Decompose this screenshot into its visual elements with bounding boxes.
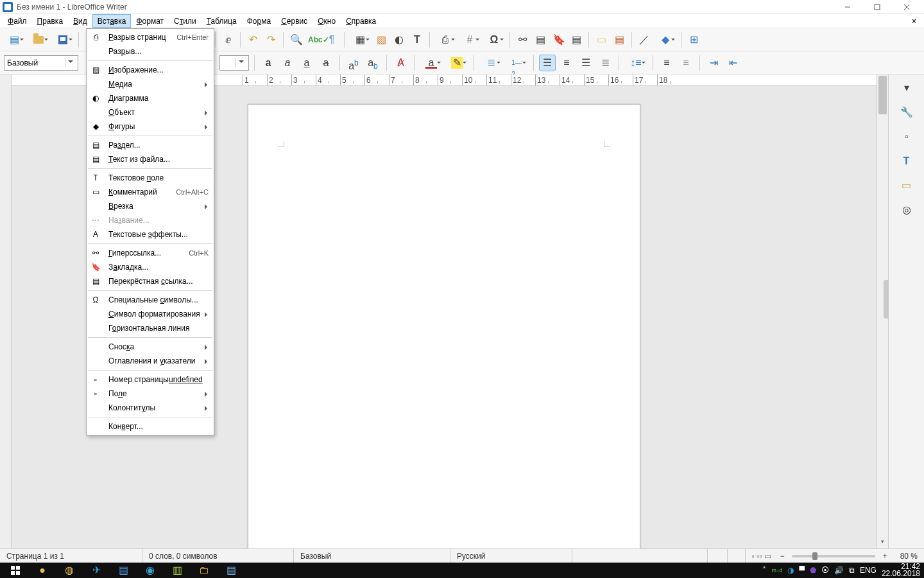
- tray-telegram-icon[interactable]: ◑: [787, 566, 794, 575]
- menu-item-раздел[interactable]: ▤Раздел...: [87, 138, 214, 152]
- formatting-marks-button[interactable]: ¶: [323, 31, 340, 48]
- menu-item-специальные-символы[interactable]: ΩСпециальные символы...: [87, 293, 214, 307]
- paragraph-style-combo[interactable]: Базовый: [4, 55, 78, 71]
- menu-окно[interactable]: Окно: [312, 14, 341, 28]
- styles-panel-button[interactable]: T: [897, 152, 916, 171]
- font-color-button[interactable]: a: [420, 55, 443, 71]
- insert-textbox-button[interactable]: T: [409, 31, 425, 48]
- page-style-status[interactable]: Базовый: [294, 549, 450, 563]
- start-button[interactable]: [3, 563, 28, 578]
- sidebar-collapse-handle[interactable]: [884, 280, 889, 319]
- menu-item-диаграмма[interactable]: ◐Диаграмма: [87, 91, 214, 105]
- zoom-slider[interactable]: [792, 555, 875, 557]
- menu-item-объект[interactable]: Объект: [87, 105, 214, 119]
- table-button[interactable]: ▦: [348, 31, 372, 48]
- superscript-button[interactable]: ab: [345, 55, 362, 71]
- language-status[interactable]: Русский: [450, 549, 572, 563]
- menu-item-конверт[interactable]: Конверт...: [87, 419, 214, 434]
- taskbar-app-qbittorrent[interactable]: ◉: [137, 563, 163, 578]
- system-tray[interactable]: ˄ m↓d ◑ ▀ ⬟ ⦿ 🔊 ⧉ ENG 21:42 22.06.2018: [762, 563, 921, 577]
- menu-вид[interactable]: Вид: [68, 14, 92, 28]
- subscript-button[interactable]: ab: [364, 55, 381, 71]
- tray-volume-icon[interactable]: 🔊: [834, 566, 844, 575]
- insert-hyperlink-button[interactable]: ⚯: [514, 31, 531, 48]
- tray-location-icon[interactable]: ⦿: [821, 566, 829, 575]
- decrease-spacing-button[interactable]: ≡: [678, 55, 694, 71]
- save-button[interactable]: [51, 31, 74, 48]
- scroll-down-button[interactable]: ▾: [877, 538, 888, 548]
- clear-format-button[interactable]: A̷: [392, 55, 409, 71]
- tray-up-icon[interactable]: ˄: [762, 566, 766, 575]
- menu-item-разрыв-страниц[interactable]: ⎙Разрыв страницCtrl+Enter: [87, 30, 214, 44]
- align-center-button[interactable]: ≡: [558, 55, 575, 71]
- strike-button[interactable]: a: [318, 55, 334, 71]
- page[interactable]: [248, 104, 640, 548]
- decrease-indent-button[interactable]: ⇤: [724, 55, 741, 71]
- menu-item-изображение[interactable]: ▨Изображение...: [87, 63, 214, 77]
- menu-item-гиперссылка[interactable]: ⚯Гиперссылка...Ctrl+K: [87, 246, 214, 260]
- bold-button[interactable]: a: [260, 55, 277, 71]
- menu-item-закладка[interactable]: 🔖Закладка...: [87, 260, 214, 274]
- insert-image-button[interactable]: ▧: [373, 31, 389, 48]
- menu-сервис[interactable]: Сервис: [276, 14, 312, 28]
- redo-button[interactable]: ↷: [262, 31, 279, 48]
- properties-panel-button[interactable]: 🔧: [897, 103, 916, 122]
- taskbar-app-chrome-canary[interactable]: ◍: [56, 563, 82, 578]
- insert-pagebreak-button[interactable]: ⎙: [434, 31, 457, 48]
- menu-item-разрыв[interactable]: Разрыв...: [87, 44, 214, 58]
- menu-item-текст-из-файла[interactable]: ▤Текст из файла...: [87, 152, 214, 166]
- close-button[interactable]: [892, 0, 921, 14]
- menu-item-колонтитулы[interactable]: Колонтитулы: [87, 401, 214, 415]
- menu-item-текстовое-поле[interactable]: TТекстовое поле: [87, 171, 214, 185]
- word-count-status[interactable]: 0 слов, 0 символов: [142, 549, 294, 563]
- insert-comment-button[interactable]: ▭: [593, 31, 610, 48]
- sidebar-settings-button[interactable]: ▾: [897, 78, 916, 98]
- menu-справка[interactable]: Справка: [341, 14, 381, 28]
- gallery-panel-button[interactable]: ▭: [897, 176, 916, 195]
- tray-md-icon[interactable]: m↓d: [771, 567, 782, 574]
- taskbar-app-telegram[interactable]: ✈: [83, 563, 109, 578]
- find-button[interactable]: 🔍: [287, 31, 304, 48]
- zoom-out-button[interactable]: −: [778, 552, 787, 561]
- tray-clock[interactable]: 21:42 22.06.2018: [882, 563, 920, 577]
- line-spacing-button[interactable]: ↕≡: [624, 55, 647, 71]
- menu-item-текстовые-эффекты[interactable]: AТекстовые эффекты...: [87, 227, 214, 241]
- minimize-button[interactable]: [833, 0, 862, 14]
- menu-стили[interactable]: Стили: [169, 14, 201, 28]
- increase-spacing-button[interactable]: ≡: [658, 55, 675, 71]
- menu-item-номер-страницы[interactable]: ▫Номер страницыundefined: [87, 372, 214, 387]
- zoom-in-button[interactable]: +: [880, 552, 889, 561]
- view-buttons[interactable]: ▫ ▫▫ ▭: [746, 549, 778, 563]
- draw-functions-button[interactable]: ⊞: [685, 31, 702, 48]
- tray-network-icon[interactable]: ⧉: [849, 566, 855, 575]
- menu-формат[interactable]: Формат: [131, 14, 169, 28]
- tray-flag-icon[interactable]: ▀: [799, 566, 805, 575]
- menu-item-медиа[interactable]: Медиа: [87, 77, 214, 91]
- number-list-button[interactable]: 1—2—: [505, 55, 528, 71]
- menu-правка[interactable]: Правка: [32, 14, 69, 28]
- align-left-button[interactable]: ☰: [539, 55, 556, 71]
- insert-chart-button[interactable]: ◐: [391, 31, 407, 48]
- menu-форма[interactable]: Форма: [242, 14, 276, 28]
- insert-field-button[interactable]: #: [458, 31, 481, 48]
- menu-item-сноска[interactable]: Сноска: [87, 340, 214, 354]
- tray-security-icon[interactable]: ⬟: [810, 566, 816, 575]
- taskbar-app-notes[interactable]: ▥: [164, 563, 190, 578]
- insert-crossref-button[interactable]: ▤: [568, 31, 585, 48]
- highlight-button[interactable]: ✎: [445, 55, 468, 71]
- clone-format-button[interactable]: ⅇ: [219, 31, 236, 48]
- menu-item-горизонтальная-линия[interactable]: Горизонтальная линия: [87, 321, 214, 335]
- align-justify-button[interactable]: ≣: [597, 55, 613, 71]
- navigator-panel-button[interactable]: ◎: [897, 200, 916, 220]
- align-right-button[interactable]: ☰: [578, 55, 594, 71]
- italic-button[interactable]: a: [279, 55, 296, 71]
- menu-вставка[interactable]: Вставка: [92, 14, 132, 28]
- menu-item-комментарий[interactable]: ▭КомментарийCtrl+Alt+C: [87, 185, 214, 199]
- menu-item-поле[interactable]: ▫Поле: [87, 387, 214, 401]
- page-panel-button[interactable]: ▫: [897, 127, 916, 146]
- insert-bookmark-button[interactable]: 🔖: [550, 31, 567, 48]
- document-close-button[interactable]: ×: [907, 14, 921, 28]
- menu-item-символ-форматирования[interactable]: Символ форматирования: [87, 307, 214, 321]
- page-status[interactable]: Страница 1 из 1: [0, 549, 142, 563]
- menu-item-врезка[interactable]: Врезка: [87, 199, 214, 213]
